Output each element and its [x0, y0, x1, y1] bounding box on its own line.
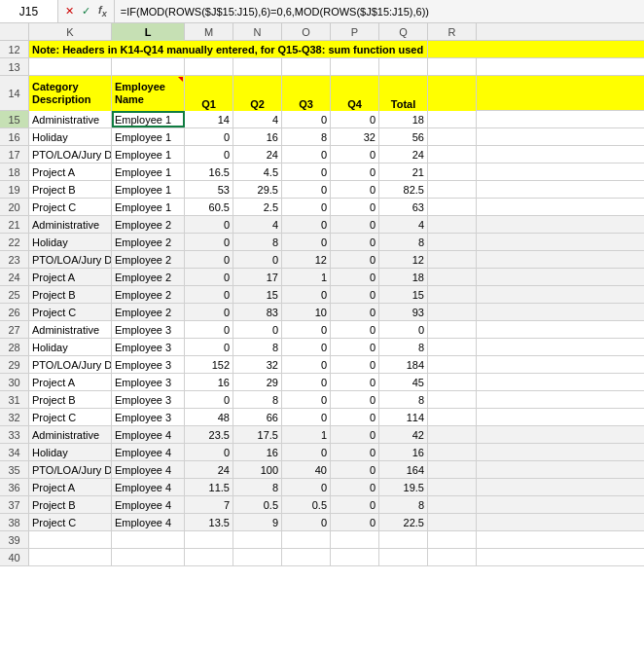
data-cell[interactable]: [379, 549, 428, 565]
table-row[interactable]: 36Project AEmployee 411.580019.5: [0, 479, 644, 496]
data-cell[interactable]: PTO/LOA/Jury Du: [29, 356, 112, 373]
data-cell[interactable]: [282, 531, 331, 548]
data-cell[interactable]: Employee 2: [112, 251, 185, 268]
data-cell[interactable]: Administrative: [29, 111, 112, 127]
data-cell[interactable]: Administrative: [29, 321, 112, 338]
data-cell[interactable]: 32: [233, 356, 282, 373]
data-cell[interactable]: 0: [282, 391, 331, 408]
table-row[interactable]: 20Project CEmployee 160.52.50063: [0, 199, 644, 216]
data-cell[interactable]: [428, 216, 477, 233]
data-cell[interactable]: 8: [379, 391, 428, 408]
data-cell[interactable]: Project B: [29, 181, 112, 198]
data-cell[interactable]: Employee 1: [112, 146, 185, 163]
data-cell[interactable]: 24: [379, 146, 428, 163]
data-cell[interactable]: Employee 3: [112, 356, 185, 373]
table-row[interactable]: 30Project AEmployee 316290045: [0, 374, 644, 391]
col-header-l[interactable]: L: [112, 23, 185, 41]
data-cell[interactable]: Employee 1: [112, 181, 185, 198]
data-cell[interactable]: Employee 3: [112, 374, 185, 390]
data-cell[interactable]: 0: [185, 234, 233, 250]
data-cell[interactable]: [185, 531, 233, 548]
table-row[interactable]: 14CategoryDescriptionEmployeeNameQ1Q2Q3Q…: [0, 76, 644, 111]
data-cell[interactable]: 16: [233, 128, 282, 145]
data-cell[interactable]: 12: [379, 251, 428, 268]
data-cell[interactable]: 0: [185, 146, 233, 163]
data-cell[interactable]: [428, 549, 477, 565]
data-cell[interactable]: PTO/LOA/Jury Du: [29, 146, 112, 163]
table-row[interactable]: 38Project CEmployee 413.590022.5: [0, 514, 644, 531]
data-cell[interactable]: [233, 549, 282, 565]
data-cell[interactable]: Administrative: [29, 426, 112, 443]
data-cell[interactable]: Administrative: [29, 216, 112, 233]
data-cell[interactable]: 0: [331, 444, 379, 460]
data-cell[interactable]: 32: [331, 128, 379, 145]
data-cell[interactable]: 0: [185, 269, 233, 285]
data-cell[interactable]: 14: [185, 111, 233, 127]
data-cell[interactable]: 29: [233, 374, 282, 390]
data-cell[interactable]: 93: [379, 304, 428, 320]
data-cell[interactable]: 0: [282, 146, 331, 163]
table-row[interactable]: 40: [0, 549, 644, 566]
data-cell[interactable]: [428, 479, 477, 495]
data-cell[interactable]: [428, 251, 477, 268]
data-cell[interactable]: 40: [282, 461, 331, 478]
data-cell[interactable]: 0: [331, 496, 379, 513]
data-cell[interactable]: [428, 444, 477, 460]
data-cell[interactable]: Employee 3: [112, 339, 185, 355]
table-row[interactable]: 25Project BEmployee 20150015: [0, 286, 644, 304]
data-cell[interactable]: 7: [185, 496, 233, 513]
data-cell[interactable]: Project C: [29, 199, 112, 215]
insert-function-icon[interactable]: fx: [95, 3, 110, 19]
col-header-r[interactable]: R: [428, 23, 477, 41]
data-cell[interactable]: Employee 3: [112, 321, 185, 338]
table-row[interactable]: 32Project CEmployee 3486600114: [0, 409, 644, 426]
data-cell[interactable]: 0: [185, 339, 233, 355]
table-row[interactable]: 13: [0, 58, 644, 76]
data-cell[interactable]: Employee 3: [112, 409, 185, 425]
data-cell[interactable]: 0: [331, 356, 379, 373]
data-cell[interactable]: 0: [331, 146, 379, 163]
data-cell[interactable]: Employee 1: [112, 128, 185, 145]
data-cell[interactable]: 164: [379, 461, 428, 478]
table-row[interactable]: 24Project AEmployee 20171018: [0, 269, 644, 286]
data-cell[interactable]: [428, 128, 477, 145]
data-cell[interactable]: [112, 531, 185, 548]
data-cell[interactable]: 12: [282, 251, 331, 268]
data-cell[interactable]: Employee 4: [112, 479, 185, 495]
data-cell[interactable]: 0: [331, 181, 379, 198]
data-cell[interactable]: 0: [282, 199, 331, 215]
col-header-o[interactable]: O: [282, 23, 331, 41]
data-cell[interactable]: 4: [233, 111, 282, 127]
data-cell[interactable]: 60.5: [185, 199, 233, 215]
data-cell[interactable]: Holiday: [29, 128, 112, 145]
data-cell[interactable]: Employee 2: [112, 269, 185, 285]
data-cell[interactable]: 0: [331, 479, 379, 495]
data-cell[interactable]: Project A: [29, 479, 112, 495]
data-cell[interactable]: [428, 426, 477, 443]
table-row[interactable]: 29PTO/LOA/Jury DuEmployee 31523200184: [0, 356, 644, 374]
cell-reference[interactable]: J15: [0, 0, 58, 22]
data-cell[interactable]: [29, 531, 112, 548]
data-cell[interactable]: Holiday: [29, 234, 112, 250]
data-cell[interactable]: 0: [282, 356, 331, 373]
data-cell[interactable]: [428, 531, 477, 548]
table-row[interactable]: 18Project AEmployee 116.54.50021: [0, 164, 644, 181]
data-cell[interactable]: 0: [185, 128, 233, 145]
data-cell[interactable]: Holiday: [29, 444, 112, 460]
data-cell[interactable]: 0: [282, 339, 331, 355]
data-cell[interactable]: 0: [282, 374, 331, 390]
data-cell[interactable]: 152: [185, 356, 233, 373]
data-cell[interactable]: 0: [331, 304, 379, 320]
table-row[interactable]: 23PTO/LOA/Jury DuEmployee 20012012: [0, 251, 644, 269]
data-cell[interactable]: 0: [185, 391, 233, 408]
data-cell[interactable]: 9: [233, 514, 282, 530]
data-cell[interactable]: [428, 181, 477, 198]
cancel-icon[interactable]: ✕: [62, 4, 77, 18]
data-cell[interactable]: [428, 409, 477, 425]
data-cell[interactable]: [428, 234, 477, 250]
data-cell[interactable]: 66: [233, 409, 282, 425]
data-cell[interactable]: Employee 1: [112, 164, 185, 180]
col-header-q[interactable]: Q: [379, 23, 428, 41]
col-header-m[interactable]: M: [185, 23, 233, 41]
data-cell[interactable]: [428, 461, 477, 478]
